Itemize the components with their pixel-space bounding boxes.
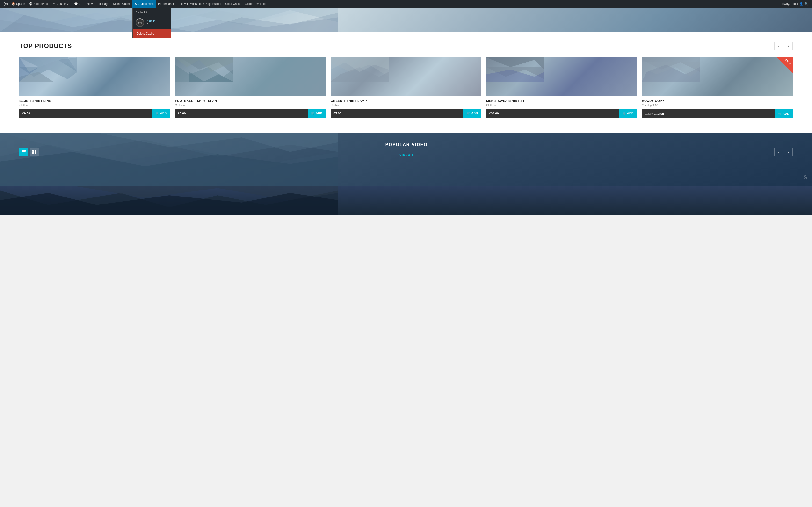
product-footer: £6.00 🛒 ADD [175,109,326,118]
wpbakery-link[interactable]: Edit with WPBakery Page Builder [176,0,223,8]
delete-cache-button[interactable]: Delete Cache [133,30,171,38]
product-category: Clothing [175,104,326,107]
cart-icon: 🛒 [155,112,159,115]
performance-link[interactable]: Performance [156,0,176,8]
bottom-nav-arrows: ‹ › [774,148,793,156]
svg-rect-34 [35,152,36,154]
product-price: £34.00 [486,109,619,118]
bottom-top-row: POPULAR VIDEO VIDEO 1 ‹ › [19,142,793,162]
delete-cache-link[interactable]: Delete Cache [111,0,133,8]
product-category: Clothing [331,104,481,107]
page-wrapper: TOP PRODUCTS ‹ › BLU [0,8,812,215]
product-footer: £34.00 🛒 ADD [486,109,637,118]
product-card: SALE HOODY COPY Clothing3.00 £15.00 £12.… [642,57,793,118]
slider-revolution-link[interactable]: Slider Revolution [243,0,269,8]
product-info: FOOTBALL T-SHIRT SPAN Clothing [175,96,326,107]
customize-link[interactable]: ✏ Customize [51,0,72,8]
autoptimize-dropdown: Cache Info 0% 0.00 B 0 Delete Cache [133,8,171,38]
products-prev-arrow[interactable]: ‹ [774,42,783,50]
product-price: £6.00 [175,109,308,118]
cart-icon: 🛒 [778,112,782,115]
product-info: BLUE T-SHIRT LINE Clothing [19,96,170,107]
product-name: GREEN T-SHIRT LAMP [331,99,481,103]
add-to-cart-button[interactable]: 🛒 ADD [308,109,326,118]
avatar-icon[interactable]: 👤 [800,2,803,6]
svg-rect-32 [35,150,36,152]
product-category: Clothing [19,104,170,107]
product-price: £15.00 £12.99 [642,109,774,118]
top-products-section: TOP PRODUCTS ‹ › BLU [0,32,812,132]
comments-icon: 💬 [74,2,78,6]
product-info: MEN'S SWEATSHIRT ST Clothing [486,96,637,107]
stacked-logo: S [803,174,807,181]
comments-link[interactable]: 💬 0 [72,0,83,8]
hero-banner [0,8,812,32]
site-name-link[interactable]: 🏠 Splash [10,0,27,8]
product-card: GREEN T-SHIRT LAMP Clothing £5.00 🛒 ADD [331,57,481,118]
site-name-label: Splash [16,2,25,6]
edit-page-link[interactable]: Edit Page [95,0,111,8]
product-footer: £15.00 £12.99 🛒 ADD [642,109,793,118]
product-image [19,57,170,96]
new-icon: + [84,2,86,6]
add-to-cart-button[interactable]: 🛒 ADD [619,109,637,118]
svg-marker-37 [0,193,338,215]
cache-info-header: Cache Info [133,10,171,16]
cache-stats: 0.00 B 0 [147,19,155,26]
product-price: £9.00 [19,109,152,118]
grid-view-button[interactable] [30,148,39,156]
clear-cache-link[interactable]: Clear Cache [223,0,243,8]
cart-icon: 🛒 [622,112,626,115]
product-image [331,57,481,96]
products-grid: BLUE T-SHIRT LINE Clothing £9.00 🛒 ADD [19,57,793,118]
product-card: MEN'S SWEATSHIRT ST Clothing £34.00 🛒 AD… [486,57,637,118]
sale-badge: SALE [777,57,793,73]
wordpress-logo[interactable] [2,0,10,8]
svg-rect-31 [33,150,34,152]
video-next-arrow[interactable]: › [784,148,793,156]
cart-icon: 🛒 [467,112,470,115]
section-title: TOP PRODUCTS [19,42,72,50]
view-icons [19,148,39,156]
autoptimize-button[interactable]: ⚙ Autoptimize [133,0,156,8]
search-icon[interactable]: 🔍 [805,2,808,6]
product-image: SALE [642,57,793,96]
list-view-button[interactable] [19,148,28,156]
product-category: Clothing3.00 [642,104,793,107]
product-footer: £9.00 🛒 ADD [19,109,170,118]
products-next-arrow[interactable]: › [784,42,793,50]
bottom-section: POPULAR VIDEO VIDEO 1 ‹ › S [0,132,812,186]
svg-marker-4 [48,8,314,22]
video-section-bg [0,186,812,215]
svg-rect-29 [22,151,26,152]
autoptimize-icon: ⚙ [135,2,138,6]
svg-rect-28 [22,150,26,151]
howdy-label: Howdy, froust [780,2,798,6]
video-prev-arrow[interactable]: ‹ [774,148,783,156]
add-to-cart-button[interactable]: 🛒 ADD [152,109,170,118]
new-link[interactable]: + New [82,0,95,8]
add-to-cart-button[interactable]: 🛒 ADD [774,109,793,118]
product-card: FOOTBALL T-SHIRT SPAN Clothing £6.00 🛒 A… [175,57,326,118]
video-tab: VIDEO 1 [39,153,774,157]
product-image [175,57,326,96]
cache-info-body: 0% 0.00 B 0 [133,16,171,30]
sportspress-icon: ⚽ [29,2,33,6]
product-name: HOODY COPY [642,99,793,103]
customize-icon: ✏ [53,2,56,6]
svg-rect-33 [33,152,34,154]
site-icon: 🏠 [12,2,15,6]
sportspress-link[interactable]: ⚽ SportsPress [27,0,51,8]
video-tab-link[interactable]: VIDEO 1 [400,153,413,157]
title-underline [402,149,411,149]
old-price: £15.00 [645,112,653,115]
product-footer: £5.00 🛒 ADD [331,109,481,118]
add-to-cart-button[interactable]: 🛒 ADD [463,109,481,118]
autoptimize-menu[interactable]: ⚙ Autoptimize Cache Info 0% 0.00 B 0 Del… [133,0,156,8]
products-nav-arrows: ‹ › [774,42,793,50]
section-header: TOP PRODUCTS ‹ › [19,42,793,50]
cart-icon: 🛒 [311,112,315,115]
bottom-content: POPULAR VIDEO VIDEO 1 ‹ › [19,142,793,162]
product-name: BLUE T-SHIRT LINE [19,99,170,103]
cache-circle: 0% [136,18,144,27]
